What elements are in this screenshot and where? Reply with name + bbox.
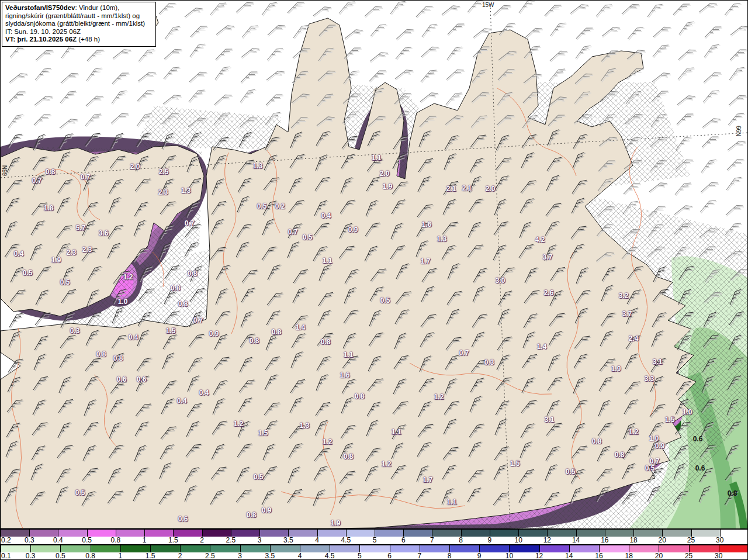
colorbar-cell (432, 529, 461, 537)
colorbar-tick-label: 12 (543, 537, 551, 544)
colorbar-cell (359, 545, 390, 553)
colorbar-tick-label: 3.5 (283, 537, 293, 544)
colorbar-tick-label: 4.5 (341, 537, 351, 544)
colorbar-tick-label: 0.5 (56, 552, 65, 560)
colorbar-tick-label: 6 (401, 537, 406, 544)
colorbar-tick-label: 3 (238, 552, 242, 560)
legend-line-3: slydda/snjókoma (grátt/bleikt/grænt - mm… (5, 20, 153, 28)
colorbar-tick-label: 7 (417, 552, 421, 560)
colorbar-cell (720, 529, 748, 537)
colorbar-tick-label: 18 (625, 552, 633, 560)
colorbar-tick-label: 14 (565, 552, 573, 560)
colorbar-cell (461, 529, 490, 537)
colorbar-rain (1, 544, 748, 552)
color-scales: 0.20.30.40.50.811.522.533.544.5567891012… (1, 528, 748, 560)
colorbar-cell (390, 545, 420, 553)
colorbar-tick-label: 30 (716, 537, 723, 544)
colorbar-tick-label: 30 (715, 552, 722, 560)
colorbar-tick-label: 20 (659, 537, 666, 544)
colorbar-tick-label: 14 (572, 537, 580, 544)
colorbar-tick-label: 0.3 (25, 537, 34, 544)
colorbar-tick-label: 16 (601, 537, 608, 544)
colorbar-tick-label: 8 (448, 552, 452, 560)
colorbar-tick-label: 10 (505, 552, 513, 560)
colorbar-snow-labels: 0.20.30.40.50.811.522.533.544.5567891012… (1, 537, 748, 544)
colorbar-tick-label: 1.5 (146, 552, 155, 560)
colorbar-tick-label: 8 (459, 537, 463, 544)
colorbar-tick-label: 1.5 (168, 537, 178, 544)
colorbar-tick-label: 0.1 (1, 552, 11, 560)
colorbar-tick-label: 0.3 (26, 552, 36, 560)
colorbar-tick-label: 0.2 (1, 537, 11, 544)
colorbar-tick-label: 2 (178, 552, 182, 560)
colorbar-cell (375, 529, 404, 537)
iceland-precip-wind-map (1, 1, 748, 528)
legend-line-4: IT: Sun. 19. 10. 2025 06Z (5, 28, 153, 36)
colorbar-cell (449, 545, 480, 553)
colorbar-tick-label: 18 (629, 537, 637, 544)
colorbar-tick-label: 2.5 (226, 537, 236, 544)
colorbar-tick-label: 20 (655, 552, 663, 560)
colorbar-tick-label: 1 (118, 552, 122, 560)
colorbar-tick-label: 2.5 (205, 552, 215, 560)
colorbar-tick-label: 10 (514, 537, 522, 544)
colorbar-tick-label: 6 (387, 552, 392, 560)
colorbar-tick-label: 0.4 (53, 537, 63, 544)
colorbar-tick-label: 4 (315, 537, 319, 544)
meridian-label-15w: 15W (482, 2, 494, 8)
colorbar-tick-label: 12 (535, 552, 543, 560)
colorbar-tick-label: 16 (595, 552, 602, 560)
legend-line-1: Veðurstofan/IS750dev: Vindur (10m), (5, 4, 153, 12)
colorbar-tick-label: 3.5 (265, 552, 275, 560)
colorbar-rain-labels: 0.10.30.50.811.522.533.544.5567891012141… (1, 552, 748, 560)
colorbar-tick-label: 5 (373, 537, 377, 544)
colorbar-tick-label: 4.5 (325, 552, 335, 560)
latitude-label-right: 66N (735, 126, 742, 136)
colorbar-snow (1, 528, 748, 537)
weather-map-screen: 15W 66N 66N Veðurstofan/IS750dev: Vindur… (0, 0, 748, 560)
colorbar-tick-label: 9 (477, 552, 482, 560)
colorbar-tick-label: 0.5 (82, 537, 92, 544)
colorbar-tick-label: 3 (258, 537, 262, 544)
colorbar-cell (719, 545, 748, 553)
colorbar-tick-label: 2 (200, 537, 204, 544)
colorbar-tick-label: 25 (685, 552, 692, 560)
colorbar-tick-label: 0.8 (85, 552, 95, 560)
map-title-legend: Veðurstofan/IS750dev: Vindur (10m), rign… (2, 2, 156, 47)
colorbar-tick-label: 9 (488, 537, 492, 544)
colorbar-tick-label: 7 (430, 537, 434, 544)
colorbar-tick-label: 4 (298, 552, 302, 560)
colorbar-tick-label: 25 (687, 537, 695, 544)
colorbar-cell (403, 529, 432, 537)
colorbar-tick-label: 0.8 (111, 537, 121, 544)
latitude-label-left: 66N (2, 165, 8, 176)
colorbar-tick-label: 1 (143, 537, 147, 544)
legend-line-5: VT: þri. 21.10.2025 06Z (+48 h) (5, 36, 153, 44)
legend-line-2: rigning/skúrir (grænt/blátt/rautt - mm/1… (5, 12, 153, 20)
colorbar-tick-label: 5 (358, 552, 362, 560)
colorbar-cell (420, 545, 450, 553)
